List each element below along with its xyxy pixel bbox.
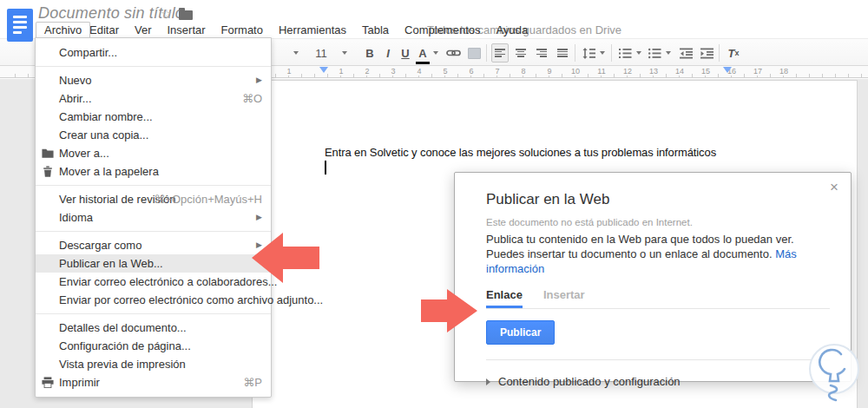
menu-item-descargar-como[interactable]: Descargar como▶ xyxy=(36,236,271,254)
justify-button[interactable] xyxy=(554,43,571,63)
menu-item-label: Imprimir xyxy=(59,376,100,389)
ruler-number: 8 xyxy=(519,67,527,76)
menu-item-label: Abrir... xyxy=(59,92,92,105)
toolbar-separator xyxy=(719,44,720,62)
menu-item-label: Crear una copia... xyxy=(59,128,148,141)
clear-formatting-t: T xyxy=(728,47,735,60)
bulleted-list-dropdown[interactable] xyxy=(663,43,674,63)
italic-button[interactable]: I xyxy=(381,43,395,63)
chevron-down-icon xyxy=(342,51,347,55)
published-content-expander[interactable]: Contenido publicado y configuración xyxy=(486,375,825,388)
menubar: Editar Ver Insertar Formato Herramientas… xyxy=(82,23,536,38)
close-icon[interactable]: × xyxy=(826,178,842,196)
image-placeholder xyxy=(468,48,481,59)
docs-app-icon[interactable] xyxy=(7,9,33,42)
menu-item-nuevo[interactable]: Nuevo▶ xyxy=(36,71,271,89)
tab-insertar[interactable]: Insertar xyxy=(543,288,585,308)
menu-item-enviar-adjunto[interactable]: Enviar por correo electrónico como archi… xyxy=(36,291,271,309)
ruler-number: 10 xyxy=(569,67,582,76)
printer-icon xyxy=(42,377,54,388)
font-family-dropdown[interactable] xyxy=(290,43,302,63)
expander-label: Contenido publicado y configuración xyxy=(498,375,681,388)
underline-button[interactable]: U xyxy=(398,43,412,63)
menu-item-cambiar-nombre[interactable]: Cambiar nombre... xyxy=(36,108,271,126)
menubar-item-ver[interactable]: Ver xyxy=(127,23,160,38)
line-spacing-icon[interactable] xyxy=(580,43,597,63)
text-color-dropdown[interactable] xyxy=(431,43,441,63)
move-folder-icon[interactable] xyxy=(179,10,193,20)
right-indent-marker[interactable] xyxy=(723,67,732,73)
ruler-number: 14 xyxy=(674,67,686,76)
menu-item-shortcut: ⌘O xyxy=(242,89,262,108)
publicar-button[interactable]: Publicar xyxy=(486,320,555,345)
menubar-item-formato[interactable]: Formato xyxy=(214,23,271,38)
align-left-button[interactable] xyxy=(491,43,509,63)
menu-item-idioma[interactable]: Idioma▶ xyxy=(36,208,271,227)
ruler-number: 12 xyxy=(621,67,634,76)
ruler-number: 13 xyxy=(648,67,660,76)
menu-item-historial[interactable]: Ver historial de revisión⌘+Opción+Mayús+… xyxy=(36,190,271,208)
star-icon[interactable]: ☆ xyxy=(161,6,172,22)
trash-icon xyxy=(42,166,54,177)
expander-arrow-icon xyxy=(486,378,490,385)
menu-item-enviar-colaboradores[interactable]: Enviar correo electrónico a colaboradore… xyxy=(36,273,271,291)
menu-item-imprimir[interactable]: Imprimir⌘P xyxy=(36,373,271,392)
increase-indent-icon[interactable] xyxy=(698,43,715,63)
menu-item-configuracion-pagina[interactable]: Configuración de página... xyxy=(36,337,271,355)
dialog-title: Publicar en la Web xyxy=(486,190,825,209)
file-menu: Compartir... Nuevo▶ Abrir...⌘O Cambiar n… xyxy=(35,37,272,398)
clear-formatting-button[interactable]: Tx xyxy=(724,43,743,63)
insert-link-icon[interactable] xyxy=(444,43,462,63)
text-color-button[interactable]: A xyxy=(416,45,430,64)
menu-item-label: Vista previa de impresión xyxy=(59,358,186,371)
line-spacing-dropdown[interactable] xyxy=(597,43,608,63)
bold-button[interactable]: B xyxy=(363,43,377,63)
ruler-number: 3 xyxy=(389,67,397,76)
menu-item-detalles[interactable]: Detalles del documento... xyxy=(36,319,271,337)
menu-item-label: Mover a... xyxy=(59,147,109,160)
menu-divider xyxy=(36,231,271,232)
dialog-status-text: Este documento no está publicado en Inte… xyxy=(486,217,825,227)
menu-item-compartir[interactable]: Compartir... xyxy=(36,43,271,62)
folder-icon xyxy=(42,148,54,159)
menubar-item-herramientas[interactable]: Herramientas xyxy=(271,23,354,38)
menu-divider xyxy=(36,313,271,314)
menu-item-label: Nuevo xyxy=(59,74,92,87)
menubar-item-complementos[interactable]: Complementos xyxy=(397,23,488,38)
numbered-list-icon[interactable] xyxy=(616,43,634,63)
dialog-divider xyxy=(486,359,830,360)
menu-item-label: Enviar por correo electrónico como archi… xyxy=(59,293,323,306)
dialog-body-span: Publica tu contenido en la Web para que … xyxy=(486,233,794,260)
tab-enlace[interactable]: Enlace xyxy=(486,288,523,308)
ruler-number: 7 xyxy=(493,67,501,76)
decrease-indent-icon[interactable] xyxy=(677,43,694,63)
ruler-margin-number: 1 xyxy=(285,67,293,76)
annotation-arrow-left xyxy=(252,233,319,283)
annotation-arrow-right xyxy=(421,289,477,332)
align-center-button[interactable] xyxy=(512,43,529,63)
align-right-button[interactable] xyxy=(533,43,550,63)
menu-item-mover-papelera[interactable]: Mover a la papelera xyxy=(36,162,271,181)
ruler-number: 17 xyxy=(752,67,764,76)
chevron-down-icon xyxy=(293,51,299,55)
submenu-arrow-icon: ▶ xyxy=(256,208,262,227)
menubar-item-tabla[interactable]: Tabla xyxy=(354,23,397,38)
font-size-dropdown[interactable] xyxy=(339,43,351,63)
insert-image-icon[interactable] xyxy=(465,43,483,63)
menu-item-publicar-web[interactable]: Publicar en la Web... xyxy=(36,254,271,273)
menu-item-crear-copia[interactable]: Crear una copia... xyxy=(36,126,271,144)
menu-item-shortcut: ⌘P xyxy=(243,373,262,392)
menu-item-vista-previa[interactable]: Vista previa de impresión xyxy=(36,355,271,373)
toolbar-separator xyxy=(486,44,487,62)
text-cursor xyxy=(325,161,326,174)
numbered-list-dropdown[interactable] xyxy=(634,43,644,63)
menu-item-mover-a[interactable]: Mover a... xyxy=(36,144,271,162)
menubar-item-ayuda[interactable]: Ayuda xyxy=(489,23,536,38)
menu-item-label: Idioma xyxy=(59,211,93,224)
bulleted-list-icon[interactable] xyxy=(646,43,663,63)
left-indent-marker[interactable] xyxy=(319,67,328,73)
font-size-value[interactable]: 11 xyxy=(311,43,332,63)
ruler-number: 4 xyxy=(415,67,423,76)
menubar-item-insertar[interactable]: Insertar xyxy=(159,23,213,38)
menu-item-abrir[interactable]: Abrir...⌘O xyxy=(36,89,271,108)
